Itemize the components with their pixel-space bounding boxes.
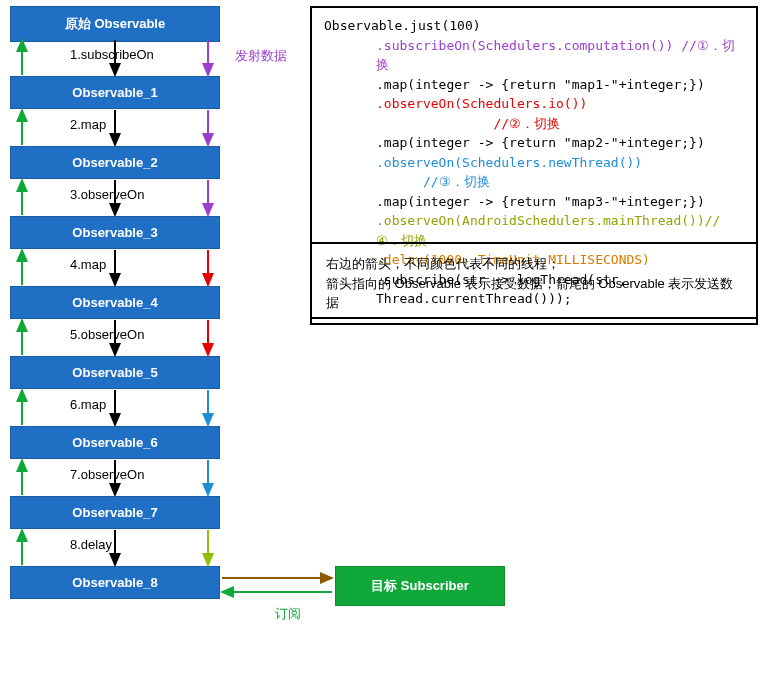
- code-l6b: //③．切换: [376, 174, 490, 189]
- step-1: 1.subscribeOn: [70, 47, 154, 62]
- node-observable-8: Observable_8: [10, 566, 220, 599]
- code-l4a: .observeOn(Schedulers.io()): [376, 96, 587, 111]
- node-observable-3: Observable_3: [10, 216, 220, 249]
- step-8: 8.delay: [70, 537, 112, 552]
- code-l6a: .observeOn(Schedulers.newThread()): [376, 155, 642, 170]
- desc-l2: 箭头指向的 Observable 表示接受数据，箭尾的 Observable 表…: [326, 274, 742, 313]
- code-l2a: .subscribeOn(Schedulers.computation()): [376, 38, 673, 53]
- node-observable-6: Observable_6: [10, 426, 220, 459]
- node-observable-2: Observable_2: [10, 146, 220, 179]
- node-observable-4: Observable_4: [10, 286, 220, 319]
- code-l4b: //②．切换: [376, 116, 560, 131]
- code-l7: .map(integer -> {return "map3-"+integer;…: [324, 192, 744, 212]
- node-original: 原始 Observable: [10, 6, 220, 42]
- code-l3: .map(integer -> {return "map1-"+integer;…: [324, 75, 744, 95]
- node-observable-1: Observable_1: [10, 76, 220, 109]
- code-l5: .map(integer -> {return "map2-"+integer;…: [324, 133, 744, 153]
- step-5: 5.observeOn: [70, 327, 144, 342]
- desc-box: 右边的箭头，不同颜色代表不同的线程； 箭头指向的 Observable 表示接受…: [310, 242, 758, 325]
- code-l1: Observable.just(100): [324, 16, 744, 36]
- desc-l1: 右边的箭头，不同颜色代表不同的线程；: [326, 254, 742, 274]
- node-observable-5: Observable_5: [10, 356, 220, 389]
- step-2: 2.map: [70, 117, 106, 132]
- step-7: 7.observeOn: [70, 467, 144, 482]
- code-l8a: .observeOn(AndroidSchedulers.mainThread(…: [376, 213, 705, 228]
- step-3: 3.observeOn: [70, 187, 144, 202]
- subscriber-node: 目标 Subscriber: [335, 566, 505, 606]
- emit-label: 发射数据: [235, 47, 287, 65]
- step-6: 6.map: [70, 397, 106, 412]
- subscribe-label: 订阅: [275, 605, 301, 623]
- step-4: 4.map: [70, 257, 106, 272]
- node-observable-7: Observable_7: [10, 496, 220, 529]
